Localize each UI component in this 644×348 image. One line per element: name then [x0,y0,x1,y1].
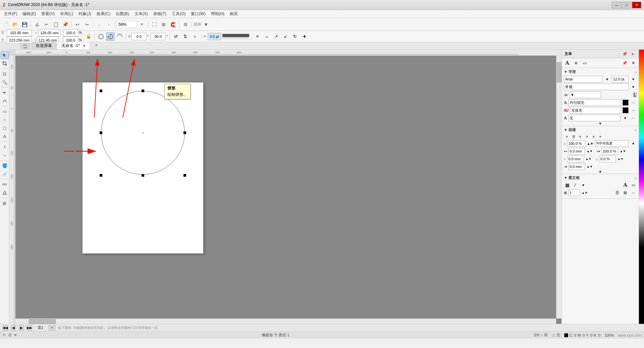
indent-right-stepper[interactable]: ▲▼ [620,148,626,155]
redo-button[interactable]: ↪ [83,20,91,29]
align-justify-btn[interactable]: ≡ [584,134,590,139]
maximize-button[interactable]: □ [622,2,631,8]
start-button[interactable]: ▼ [202,20,210,29]
frame-col-icon2[interactable]: ⊞ [622,189,629,196]
indent-left-input[interactable]: 0.0 mm [568,148,585,155]
save-button[interactable]: 💾 [20,20,29,29]
ellipse-tool[interactable] [97,33,105,41]
home-tab[interactable]: 🏠 [20,43,30,49]
frame-line-icon[interactable]: ∕ [572,182,579,188]
menu-text[interactable]: 文本(X) [132,10,151,17]
fill-color-swatch[interactable] [623,100,629,106]
fill-tool[interactable]: 🪣 [1,162,9,170]
select-tool[interactable] [1,51,9,59]
bezier-tool[interactable] [1,97,9,105]
fullscreen-button[interactable]: ⛶ [150,20,159,29]
refresh-button[interactable]: ↻ [291,33,299,41]
paste-button[interactable]: 📌 [61,20,69,29]
prev-page-btn[interactable]: ◀ [11,325,16,331]
zoom-dropdown[interactable]: 58% [117,21,137,28]
line-height-unit-arrow[interactable]: ▼ [630,140,637,147]
width-input[interactable]: 126.05 mm [39,29,60,37]
frame-more-btn[interactable]: ··· [630,189,637,196]
first-indent-input[interactable]: 0.0 mm [568,163,585,170]
add-page-btn[interactable]: + [49,325,55,331]
lock-ratio-button[interactable]: 🔒 [85,33,93,41]
scale-up-button[interactable]: ↗ [272,33,280,41]
char-spacing-dropdown[interactable]: ▼ [569,92,601,98]
transparency-tool[interactable] [1,189,9,197]
horizontal-scrollbar[interactable] [15,318,556,324]
menu-edit[interactable]: 编辑(E) [20,10,39,17]
first-indent-stepper[interactable]: ▲▼ [586,163,593,170]
align-left-btn[interactable]: ≡ [564,134,570,139]
frame-col-icon1[interactable]: ☰ [614,189,621,196]
ellipse-tool-left[interactable]: ○ [1,116,9,124]
settings-button[interactable]: ⚙ [181,20,190,29]
canvas-area[interactable]: -200 -100 0 100 200 300 400 500 600 700 … [9,50,561,324]
zoom-tool[interactable]: 🔍 [1,78,9,86]
menu-effects[interactable]: 效果(C) [94,10,113,17]
fill-more-button[interactable]: ··· [630,99,637,106]
font-style-dropdown[interactable]: 常规 [564,83,629,90]
frame-text-icon[interactable]: A [622,182,629,188]
line-height-input[interactable]: 100.0 % [567,140,586,147]
vertical-scrollbar[interactable] [556,56,561,318]
align-force-btn[interactable]: ≡ [597,134,603,139]
handle-br[interactable] [183,174,186,177]
menu-help[interactable]: 帮助(H) [208,10,227,17]
indent-left-stepper[interactable]: ▲▼ [586,148,593,155]
fill-color-indicator[interactable] [564,333,568,337]
minimize-button[interactable]: — [612,2,621,8]
website-url[interactable]: www.xyzr.com [618,333,641,337]
indent-right-input[interactable]: 100.0 % [601,148,618,155]
welcome-tab[interactable]: 欢迎屏幕 [32,42,56,49]
bg-fill-dropdown[interactable]: 无 [568,115,621,121]
grid-button[interactable]: ⊞ [159,20,168,29]
x-input[interactable]: 103.85 mm [7,29,32,37]
eyedropper-tool[interactable]: 💉 [1,170,9,178]
print-button[interactable]: 🖨 [33,20,41,29]
text-char-icon[interactable]: A [564,60,571,66]
frame-line-arrow[interactable]: ▼ [580,182,587,188]
scale-w-input[interactable]: 100.0 [63,29,78,37]
panel-pin-button[interactable]: 📌 [621,51,628,57]
add-button[interactable]: + [301,33,309,41]
frame-icon-1[interactable]: ▦ [564,182,571,188]
text-align-icon[interactable]: ≡ [573,60,579,66]
next-page-btn[interactable]: ▶ [19,325,24,331]
menu-object[interactable]: 对象(J) [76,10,94,17]
hscroll-thumb[interactable] [29,319,56,324]
pie-tool[interactable] [106,33,114,41]
space-before-input[interactable]: 0.0 mm [567,156,584,162]
arc-tool[interactable] [116,33,124,41]
menu-file[interactable]: 文件(F) [1,10,20,17]
align-right-btn[interactable]: ≡ [577,134,583,139]
first-page-btn[interactable]: ◀◀ [3,325,8,331]
import-button[interactable]: ↓ [95,20,104,29]
underline-btn[interactable]: U [633,92,637,98]
new-button[interactable]: 📄 [1,20,10,29]
bg-more-button[interactable]: ··· [630,115,637,121]
canvas-scroll[interactable]: × [15,56,556,318]
paragraph-toggle[interactable]: ○ [634,128,637,132]
zoom-dropdown-arrow[interactable]: ▼ [138,20,146,29]
connector-tool[interactable]: ⌇ [1,143,9,151]
handle-bl[interactable] [100,174,102,177]
menu-layout[interactable]: 布局(L) [57,10,76,17]
menu-buy[interactable]: 购买 [227,10,240,17]
columns-stepper[interactable]: ▲▼ [581,189,588,196]
font-size-input[interactable]: 12.0 pt [612,76,629,82]
font-name-arrow[interactable]: ▼ [604,76,610,82]
menu-view[interactable]: 查看(V) [39,10,57,17]
new-tab-button[interactable]: + [92,41,101,49]
blend-tool[interactable] [1,180,9,188]
font-style-arrow[interactable]: ▼ [630,83,637,90]
font-section-more[interactable]: ▼ [597,120,604,127]
line-height-stepper[interactable]: ▲▼ [587,140,594,147]
snap-button[interactable]: 🧲 [169,20,177,29]
line-height-unit[interactable]: %字符高度 [595,140,629,147]
rectangle-tool[interactable]: ▭ [1,107,9,115]
vscroll-thumb[interactable] [557,62,561,82]
space-before-stepper[interactable]: ▲▼ [585,156,592,162]
